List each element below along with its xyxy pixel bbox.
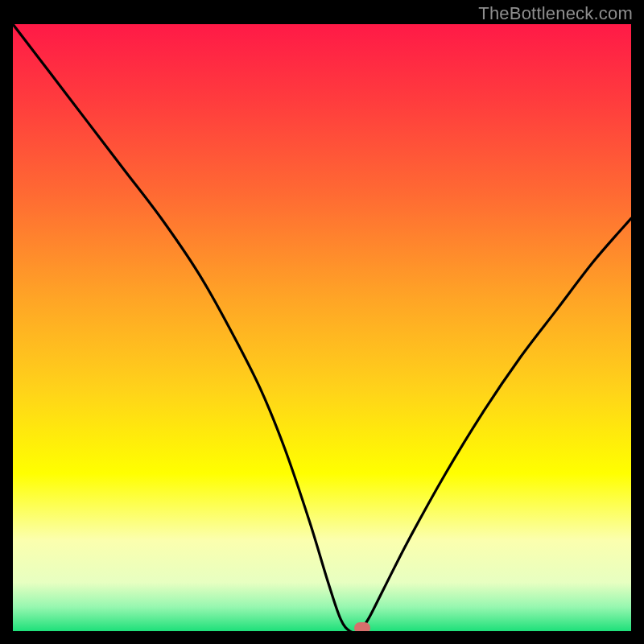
optimum-marker bbox=[354, 622, 370, 631]
chart-frame: TheBottleneck.com bbox=[0, 0, 644, 644]
bottleneck-curve bbox=[13, 24, 631, 631]
watermark-text: TheBottleneck.com bbox=[478, 3, 633, 24]
plot-area bbox=[13, 24, 631, 631]
